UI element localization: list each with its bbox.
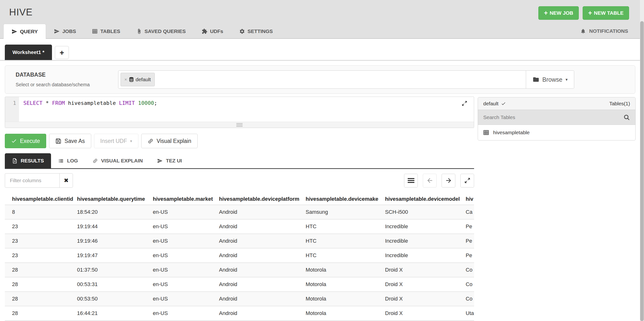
current-database-label: default xyxy=(483,101,498,106)
visual-explain-button[interactable]: Visual Explain xyxy=(141,134,198,148)
insert-udf-button[interactable]: Insert UDF ▾ xyxy=(94,134,138,148)
cell: Android xyxy=(219,267,306,273)
column-header[interactable]: hivesampletable.clientid xyxy=(12,196,77,202)
tab-visual-explain[interactable]: VISUAL EXPLAIN xyxy=(85,153,150,168)
table-row: 28 00:53:50 en-US Android Motorola Droid… xyxy=(5,291,474,306)
plus-icon: + xyxy=(588,10,592,16)
notifications-label: NOTIFICATIONS xyxy=(589,28,628,34)
expand-results-button[interactable] xyxy=(460,174,474,188)
cell: Android xyxy=(219,296,306,302)
tab-tez-ui[interactable]: TEZ UI xyxy=(150,153,189,168)
cell: en-US xyxy=(153,223,219,230)
cell: 00:53:50 xyxy=(77,296,153,302)
column-header[interactable]: hiv xyxy=(466,196,474,202)
database-hint: Select or search database/schema xyxy=(16,82,118,87)
cell: Pe xyxy=(466,223,474,230)
paper-plane-icon xyxy=(54,29,60,34)
add-worksheet-button[interactable]: + xyxy=(55,46,69,59)
column-header[interactable]: hivesampletable.deviceplatform xyxy=(219,196,306,202)
search-tables-input[interactable] xyxy=(483,114,623,120)
bell-icon xyxy=(580,28,586,34)
database-select-group: × default Browse ▾ xyxy=(118,70,574,89)
columns-menu-button[interactable] xyxy=(404,174,418,188)
cell: en-US xyxy=(153,252,219,259)
save-as-button[interactable]: Save As xyxy=(49,134,91,148)
tab-results[interactable]: RESULTS xyxy=(5,153,51,168)
cell: Uta xyxy=(466,310,474,316)
column-header[interactable]: hivesampletable.devicemodel xyxy=(385,196,466,202)
cell: 16:44:21 xyxy=(77,310,153,316)
table-row: 23 19:19:47 en-US Android HTC Incredible… xyxy=(5,248,474,262)
results-toolbar: ✖ xyxy=(5,173,474,188)
filter-columns-input[interactable] xyxy=(5,173,60,188)
page-scrollbar[interactable] xyxy=(640,0,644,321)
check-icon xyxy=(501,101,506,106)
table-row: 28 01:37:50 en-US Android Motorola Droid… xyxy=(5,262,474,277)
tab-jobs[interactable]: JOBS xyxy=(46,24,84,39)
plus-icon: + xyxy=(544,10,548,16)
cell: Android xyxy=(219,310,306,316)
column-header[interactable]: hivesampletable.querytime xyxy=(77,196,153,202)
explorer-header: default Tables(1) xyxy=(478,97,635,110)
sql-code-line[interactable]: SELECT * FROM hivesampletable LIMIT 1000… xyxy=(23,100,157,106)
new-table-button[interactable]: + NEW TABLE xyxy=(583,6,629,20)
worksheet-tabs: Worksheet1 * + xyxy=(0,45,644,61)
sql-text: hivesampletable xyxy=(68,100,119,106)
grip-icon xyxy=(236,122,242,127)
tab-saved-queries[interactable]: SAVED QUERIES xyxy=(128,24,194,39)
worksheet-tab[interactable]: Worksheet1 * xyxy=(5,45,52,60)
arrow-left-icon xyxy=(426,177,434,184)
database-token-field[interactable]: × default xyxy=(118,70,526,89)
browse-button[interactable]: Browse ▾ xyxy=(526,70,574,89)
tab-settings[interactable]: SETTINGS xyxy=(231,24,281,39)
expand-editor-icon[interactable] xyxy=(461,100,468,106)
database-icon xyxy=(129,77,134,82)
tab-log[interactable]: LOG xyxy=(51,153,85,168)
cell: 01:37:50 xyxy=(77,267,153,273)
tab-results-label: RESULTS xyxy=(21,158,44,164)
expand-icon xyxy=(464,177,471,184)
database-labels: DATABASE Select or search database/schem… xyxy=(16,72,118,87)
editor-gutter: 1 xyxy=(5,97,19,122)
clear-filter-button[interactable]: ✖ xyxy=(60,173,73,188)
app-header: HIVE + NEW JOB + NEW TABLE QUERY JOBS xyxy=(0,0,644,39)
tab-tez-ui-label: TEZ UI xyxy=(166,158,182,164)
sql-editor[interactable]: 1 SELECT * FROM hivesampletable LIMIT 10… xyxy=(5,97,474,128)
table-row: 23 19:19:44 en-US Android HTC Incredible… xyxy=(5,219,474,234)
paper-plane-icon xyxy=(12,29,17,35)
check-icon xyxy=(11,138,17,144)
remove-token-icon[interactable]: × xyxy=(124,77,127,82)
column-header[interactable]: hivesampletable.market xyxy=(153,196,219,202)
cell: 28 xyxy=(12,281,77,287)
previous-page-button[interactable] xyxy=(423,174,436,188)
cell: Droid X xyxy=(385,281,466,287)
close-icon: ✖ xyxy=(64,177,68,184)
database-token[interactable]: × default xyxy=(120,73,155,86)
table-list-item[interactable]: hivesampletable xyxy=(478,125,635,140)
notifications-button[interactable]: NOTIFICATIONS xyxy=(580,28,628,34)
execute-button[interactable]: Execute xyxy=(5,134,46,148)
table-grid-icon xyxy=(483,129,489,136)
tab-tables[interactable]: TABLES xyxy=(84,24,128,39)
line-number: 1 xyxy=(13,100,16,106)
current-database[interactable]: default xyxy=(483,101,506,106)
tab-udfs[interactable]: UDFs xyxy=(194,24,231,39)
app-title: HIVE xyxy=(9,7,32,18)
cell: Co xyxy=(466,267,474,273)
editor-resize-handle[interactable] xyxy=(5,122,474,128)
cell: en-US xyxy=(153,281,219,287)
new-job-button[interactable]: + NEW JOB xyxy=(538,6,579,20)
cell: Android xyxy=(219,223,306,230)
result-tabs: RESULTS LOG VISUAL EXPLAIN TEZ UI xyxy=(5,153,474,169)
cell: Droid X xyxy=(385,310,466,316)
cell: Motorola xyxy=(306,281,385,287)
cell: 8 xyxy=(12,209,77,215)
sql-keyword: SELECT xyxy=(23,100,46,106)
table-row: 28 00:53:31 en-US Android Motorola Droid… xyxy=(5,277,474,291)
column-header[interactable]: hivesampletable.devicemake xyxy=(306,196,385,202)
scrollbar-thumb[interactable] xyxy=(640,21,644,321)
cell: 28 xyxy=(12,267,77,273)
tab-query[interactable]: QUERY xyxy=(3,24,46,39)
document-icon xyxy=(12,158,18,164)
next-page-button[interactable] xyxy=(442,174,455,188)
